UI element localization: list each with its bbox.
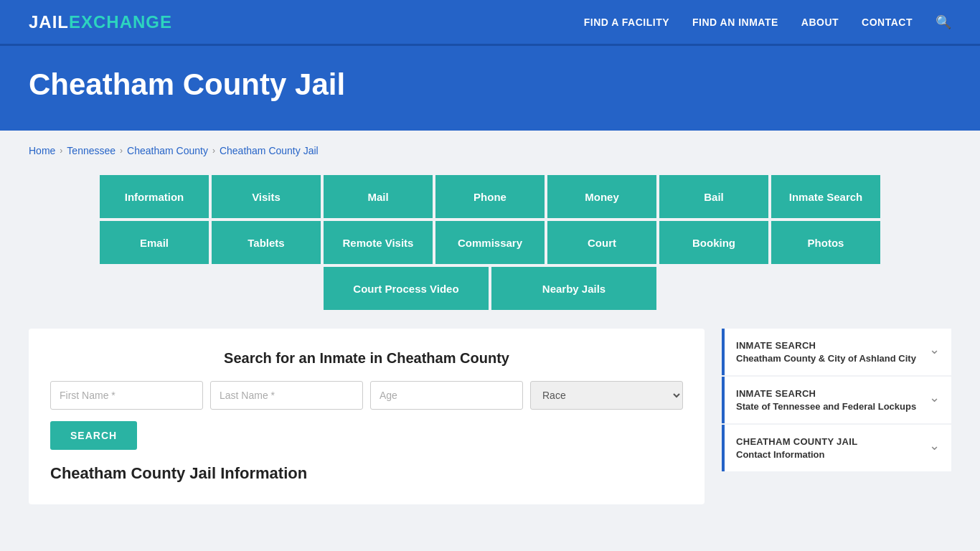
grid-row-2: Email Tablets Remote Visits Commissary C… bbox=[98, 220, 882, 265]
btn-court[interactable]: Court bbox=[546, 220, 658, 265]
search-card-title: Search for an Inmate in Cheatham County bbox=[50, 350, 683, 367]
navbar-nav: FIND A FACILITY FIND AN INMATE ABOUT CON… bbox=[584, 14, 951, 30]
breadcrumb-sep-1: › bbox=[60, 146, 62, 156]
sidebar-item-1-label: Inmate Search bbox=[736, 340, 916, 351]
chevron-down-icon-1: ⌄ bbox=[929, 342, 940, 357]
btn-information[interactable]: Information bbox=[98, 174, 210, 220]
btn-court-process-video[interactable]: Court Process Video bbox=[322, 265, 490, 311]
grid-section: Information Visits Mail Phone Money Bail… bbox=[29, 174, 951, 311]
btn-tablets[interactable]: Tablets bbox=[210, 220, 322, 265]
btn-photos[interactable]: Photos bbox=[770, 220, 882, 265]
nav-contact[interactable]: CONTACT bbox=[862, 17, 913, 28]
btn-visits[interactable]: Visits bbox=[210, 174, 322, 220]
sidebar-item-3[interactable]: Cheatham County Jail Contact Information… bbox=[722, 425, 951, 471]
race-select[interactable]: Race White Black Hispanic Asian Other bbox=[530, 381, 683, 410]
breadcrumb-sep-3: › bbox=[212, 146, 215, 156]
sidebar-item-2-content: Inmate Search State of Tennessee and Fed… bbox=[736, 388, 916, 412]
sidebar-item-3-label: Cheatham County Jail bbox=[736, 436, 857, 447]
sidebar-item-3-sub: Contact Information bbox=[736, 449, 857, 460]
btn-remote-visits[interactable]: Remote Visits bbox=[322, 220, 434, 265]
btn-money[interactable]: Money bbox=[546, 174, 658, 220]
btn-bail[interactable]: Bail bbox=[658, 174, 770, 220]
navbar: JAILEXCHANGE FIND A FACILITY FIND AN INM… bbox=[0, 0, 980, 46]
btn-email[interactable]: Email bbox=[98, 220, 210, 265]
sidebar-item-1[interactable]: Inmate Search Cheatham County & City of … bbox=[722, 329, 951, 375]
sidebar-item-1-sub: Cheatham County & City of Ashland City bbox=[736, 353, 916, 364]
search-button[interactable]: SEARCH bbox=[50, 421, 137, 450]
breadcrumb-state[interactable]: Tennessee bbox=[67, 145, 116, 156]
nav-find-inmate[interactable]: FIND AN INMATE bbox=[692, 17, 778, 28]
age-input[interactable] bbox=[370, 381, 523, 410]
search-card: Search for an Inmate in Cheatham County … bbox=[29, 329, 705, 504]
hero-section: Cheatham County Jail bbox=[0, 46, 980, 131]
breadcrumb-sep-2: › bbox=[120, 146, 123, 156]
logo[interactable]: JAILEXCHANGE bbox=[29, 12, 172, 32]
breadcrumb-jail[interactable]: Cheatham County Jail bbox=[220, 145, 319, 156]
btn-phone[interactable]: Phone bbox=[434, 174, 546, 220]
sidebar: Inmate Search Cheatham County & City of … bbox=[722, 329, 951, 473]
jail-info-heading: Cheatham County Jail Information bbox=[50, 464, 683, 483]
sidebar-item-2-sub: State of Tennessee and Federal Lockups bbox=[736, 401, 916, 412]
btn-mail[interactable]: Mail bbox=[322, 174, 434, 220]
logo-exchange: EXCHANGE bbox=[69, 12, 172, 32]
first-name-input[interactable] bbox=[50, 381, 203, 410]
btn-commissary[interactable]: Commissary bbox=[434, 220, 546, 265]
breadcrumb-home[interactable]: Home bbox=[29, 145, 55, 156]
last-name-input[interactable] bbox=[210, 381, 363, 410]
sidebar-item-1-content: Inmate Search Cheatham County & City of … bbox=[736, 340, 916, 364]
breadcrumb-county[interactable]: Cheatham County bbox=[127, 145, 208, 156]
logo-jail: JAIL bbox=[29, 12, 69, 32]
main-content: Home › Tennessee › Cheatham County › Che… bbox=[0, 131, 980, 533]
nav-about[interactable]: ABOUT bbox=[801, 17, 839, 28]
btn-booking[interactable]: Booking bbox=[658, 220, 770, 265]
lower-section: Search for an Inmate in Cheatham County … bbox=[29, 329, 951, 504]
btn-nearby-jails[interactable]: Nearby Jails bbox=[490, 265, 658, 311]
search-icon-button[interactable]: 🔍 bbox=[936, 14, 951, 30]
sidebar-item-3-content: Cheatham County Jail Contact Information bbox=[736, 436, 857, 460]
search-fields: Race White Black Hispanic Asian Other bbox=[50, 381, 683, 410]
grid-row-1: Information Visits Mail Phone Money Bail… bbox=[98, 174, 882, 220]
grid-row-3: Court Process Video Nearby Jails bbox=[322, 265, 658, 311]
chevron-down-icon-2: ⌄ bbox=[929, 390, 940, 405]
breadcrumb: Home › Tennessee › Cheatham County › Che… bbox=[29, 145, 951, 156]
page-title: Cheatham County Jail bbox=[29, 67, 951, 102]
chevron-down-icon-3: ⌄ bbox=[929, 438, 940, 453]
sidebar-item-2-label: Inmate Search bbox=[736, 388, 916, 399]
nav-find-facility[interactable]: FIND A FACILITY bbox=[584, 17, 669, 28]
btn-inmate-search[interactable]: Inmate Search bbox=[770, 174, 882, 220]
sidebar-item-2[interactable]: Inmate Search State of Tennessee and Fed… bbox=[722, 377, 951, 423]
